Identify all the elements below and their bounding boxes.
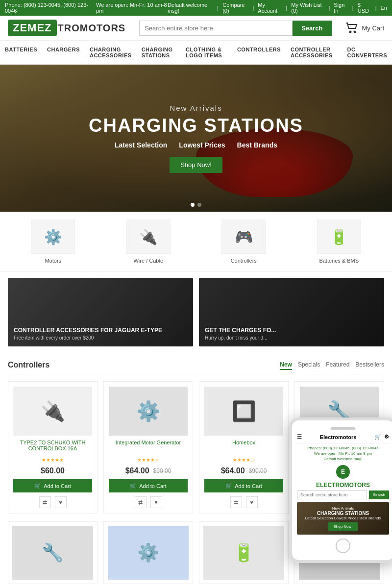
nav-batteries[interactable]: BATTERIES bbox=[0, 41, 42, 64]
hours-info: We are open: Mn-Fr: 10 am-8 pm bbox=[96, 2, 168, 14]
phone-header: ☰ Electromotors 🛒 ⚙ bbox=[297, 434, 389, 443]
promo-right-title: GET THE CHARGES FO... bbox=[205, 327, 276, 334]
product-pricing-3: $64.00 $90.00 bbox=[221, 466, 267, 475]
phone-contact-info: Phones: (800) 123-0045, (800) 123-0046 W… bbox=[297, 445, 389, 462]
tab-bestsellers[interactable]: Bestsellers bbox=[355, 360, 384, 370]
promo-right-text: GET THE CHARGES FO... Hurry up, don't mi… bbox=[205, 327, 276, 341]
category-batteries[interactable]: 🔋 Batteries & BMS bbox=[294, 220, 385, 264]
product-name-2: Integrated Motor Generator bbox=[116, 440, 181, 453]
nav-clothing[interactable]: CLOTHING & LOGO ITEMS bbox=[181, 41, 232, 64]
category-motors[interactable]: ⚙️ Motors bbox=[8, 220, 98, 264]
promo-banner-right[interactable]: GET THE CHARGES FO... Hurry up, don't mi… bbox=[199, 278, 384, 346]
top-bar: Phone: (800) 123-0045, (800) 123-0046 We… bbox=[0, 0, 392, 16]
tab-featured[interactable]: Featured bbox=[326, 360, 349, 370]
promo-right-subtitle: Hurry up, don't miss your d... bbox=[205, 335, 276, 341]
product-image2-2: ⚙️ bbox=[108, 526, 189, 580]
phone-search-button[interactable]: Search bbox=[369, 490, 389, 499]
promo-left-title: CONTROLLER ACCESSORIES FOR JAGUAR E-TYPE bbox=[14, 327, 162, 334]
hero-feature-3: Best Brands bbox=[237, 141, 277, 149]
promo-banner-left[interactable]: CONTROLLER ACCESSORIES FOR JAGUAR E-TYPE… bbox=[8, 278, 193, 346]
product-name-1: TYPE2 TO SCHUKO WITH CONTROLBOX 16A bbox=[13, 440, 92, 453]
account-link[interactable]: My Account bbox=[258, 2, 282, 14]
phone-gear-icon: ⚙ bbox=[384, 434, 389, 440]
tab-new[interactable]: New bbox=[280, 360, 292, 370]
compare-btn-3[interactable]: ⇄ bbox=[230, 496, 242, 508]
welcome-msg: Default welcome msg! bbox=[168, 2, 213, 14]
hero-banner: New Arrivals CHARGING STATIONS Latest Se… bbox=[0, 65, 392, 212]
product-image-1: 🔌 bbox=[13, 387, 92, 436]
section-wrapper: ☰ Electromotors 🛒 ⚙ Phones: (800) 123-00… bbox=[0, 212, 392, 588]
add-to-cart-1[interactable]: 🛒 Add to Cart bbox=[13, 479, 92, 492]
product-pricing-1: $60.00 bbox=[41, 466, 65, 475]
promo-left-subtitle: Free item with every order over $200 bbox=[14, 335, 162, 341]
wishlist-btn-2[interactable]: ♥ bbox=[150, 496, 162, 508]
hero-dot-1[interactable] bbox=[191, 203, 195, 207]
add-to-cart-3[interactable]: 🛒 Add to Cart bbox=[204, 479, 283, 492]
currency-selector[interactable]: $ USD bbox=[358, 2, 371, 14]
mobile-preview: ☰ Electromotors 🛒 ⚙ Phones: (800) 123-00… bbox=[289, 417, 392, 563]
nav-dc-converters[interactable]: DC CONVERTERS bbox=[343, 41, 392, 64]
svg-point-0 bbox=[349, 31, 351, 33]
product-card-3: 🔲 Homebox ★★★★☆ $64.00 $90.00 🛒 Add to C… bbox=[199, 381, 289, 514]
product-price-3: $64.00 bbox=[221, 466, 245, 475]
cart-button[interactable]: My Cart bbox=[345, 22, 385, 34]
cart-icon-btn-1: 🛒 bbox=[34, 483, 41, 489]
phone-hero-title: CHARGING STATIONS bbox=[301, 511, 385, 516]
logo[interactable]: ZEMEZ TROMOTORS bbox=[8, 20, 125, 36]
hero-cta-button[interactable]: Shop Now! bbox=[170, 157, 222, 173]
tab-specials[interactable]: Specials bbox=[298, 360, 320, 370]
nav-controller-accessories[interactable]: CONTROLLER ACCESSORIES bbox=[286, 41, 342, 64]
categories-row: ⚙️ Motors 🔌 Wire / Cable 🎮 Controllers 🔋… bbox=[0, 212, 392, 272]
phone-phone: Phones: (800) 123-0045, (800) 123-0046 bbox=[297, 445, 389, 451]
phone-search-input[interactable] bbox=[297, 490, 367, 499]
add-to-cart-2[interactable]: 🛒 Add to Cart bbox=[109, 479, 188, 492]
wishlist-btn-1[interactable]: ♥ bbox=[55, 496, 67, 508]
compare-btn-1[interactable]: ⇄ bbox=[39, 496, 51, 508]
phone-home-button[interactable] bbox=[336, 539, 350, 553]
nav-charging-accessories[interactable]: CHARGING ACCESSORIES bbox=[85, 41, 137, 64]
compare-link[interactable]: Compare (0) bbox=[222, 2, 248, 14]
phone-hero-cta[interactable]: Shop Now! bbox=[328, 522, 357, 531]
wishlist-link[interactable]: My Wish List (0) bbox=[291, 2, 324, 14]
cart-icon-btn-3: 🛒 bbox=[225, 483, 232, 489]
promo-row: CONTROLLER ACCESSORIES FOR JAGUAR E-TYPE… bbox=[0, 272, 392, 352]
search-bar: Search bbox=[139, 21, 331, 36]
phone-hero-sub: New Arrivals bbox=[301, 506, 385, 511]
language-selector[interactable]: En bbox=[381, 5, 387, 11]
nav-chargers[interactable]: CHARGERS bbox=[42, 41, 85, 64]
signin-link[interactable]: Sign In bbox=[334, 2, 348, 14]
product-image2-3: 🔋 bbox=[203, 526, 284, 580]
main-nav: BATTERIES CHARGERS CHARGING ACCESSORIES … bbox=[0, 41, 392, 65]
wire-image: 🔌 bbox=[126, 220, 171, 254]
hero-dots bbox=[191, 203, 201, 207]
section-title: Controllers bbox=[8, 361, 49, 369]
search-input[interactable] bbox=[139, 21, 293, 36]
product-pricing-2: $64.00 $90.00 bbox=[125, 466, 172, 475]
phone-header-icons: 🛒 ⚙ bbox=[374, 434, 389, 440]
product-card2-2: ⚙️ bbox=[103, 521, 193, 584]
product-old-price-3: $90.00 bbox=[249, 467, 267, 474]
logo-text: TROMOTORS bbox=[58, 23, 126, 34]
phone-brand-name: Electromotors bbox=[320, 434, 357, 440]
product-card2-1: 🔧 bbox=[8, 521, 98, 584]
product-image-2: ⚙️ bbox=[109, 387, 188, 436]
logo-box: ZEMEZ bbox=[8, 20, 57, 36]
hero-dot-2[interactable] bbox=[197, 203, 201, 207]
category-wire-cable[interactable]: 🔌 Wire / Cable bbox=[103, 220, 194, 264]
header: ZEMEZ TROMOTORS Search My Cart bbox=[0, 16, 392, 41]
search-button[interactable]: Search bbox=[293, 21, 331, 36]
batteries-image: 🔋 bbox=[317, 220, 361, 254]
category-controllers[interactable]: 🎮 Controllers bbox=[198, 220, 289, 264]
product-card2-3: 🔋 bbox=[199, 521, 289, 584]
product-stars-3: ★★★★☆ bbox=[233, 457, 255, 463]
promo-left-text: CONTROLLER ACCESSORIES FOR JAGUAR E-TYPE… bbox=[14, 327, 162, 341]
compare-btn-2[interactable]: ⇄ bbox=[135, 496, 147, 508]
wishlist-btn-3[interactable]: ♥ bbox=[246, 496, 258, 508]
product-card-1: 🔌 TYPE2 TO SCHUKO WITH CONTROLBOX 16A ★★… bbox=[8, 381, 98, 514]
product-image-3: 🔲 bbox=[204, 387, 283, 436]
motors-label: Motors bbox=[45, 258, 61, 264]
nav-charging-stations[interactable]: CHARGING STATIONS bbox=[137, 41, 181, 64]
nav-controllers[interactable]: CONTROLLERS bbox=[232, 41, 286, 64]
cart-icon bbox=[345, 22, 359, 34]
product-actions-2: ⇄ ♥ bbox=[135, 496, 162, 508]
